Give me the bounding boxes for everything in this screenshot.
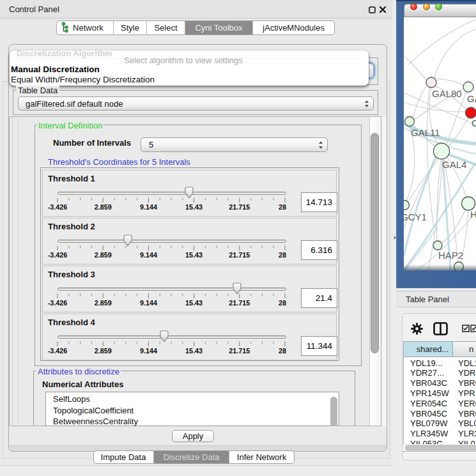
svg-text:GAL4: GAL4 <box>442 159 466 170</box>
svg-text:C: C <box>472 118 476 128</box>
svg-text:GA: GA <box>467 93 476 104</box>
svg-text:HAP2: HAP2 <box>438 250 463 261</box>
svg-text:H: H <box>470 209 476 220</box>
svg-text:GCY1: GCY1 <box>404 211 427 222</box>
svg-text:GAL80: GAL80 <box>432 88 462 99</box>
svg-text:GAL11: GAL11 <box>411 127 440 138</box>
